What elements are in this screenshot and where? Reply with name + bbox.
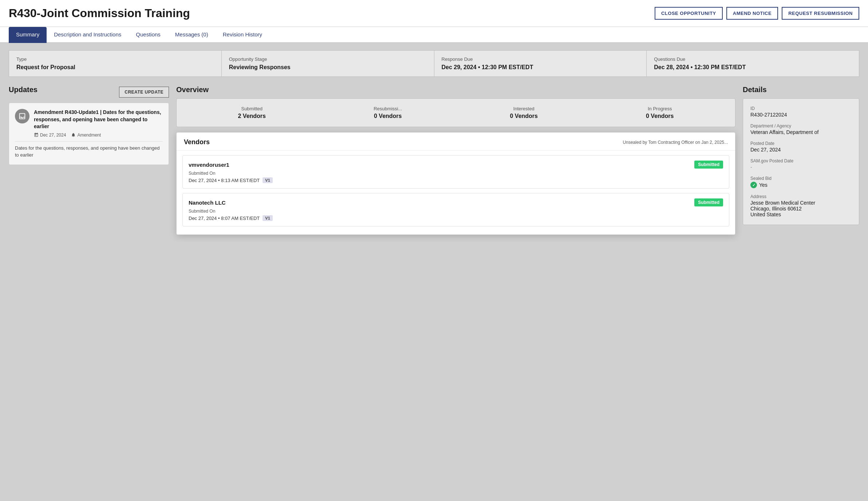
- inbox-icon: [18, 112, 26, 120]
- check-circle-icon: [750, 182, 757, 188]
- tab-revision-history[interactable]: Revision History: [216, 27, 269, 43]
- overview-section: Overview Submitted 2 Vendors Resubmissi.…: [176, 86, 735, 235]
- tab-messages[interactable]: Messages (0): [168, 27, 216, 43]
- vendor-card-1-header: Nanotech LLC Submitted: [189, 198, 723, 206]
- update-title: Amendment R430-Update1 | Dates for the q…: [34, 109, 163, 130]
- create-update-button[interactable]: CREATE UPDATE: [119, 87, 169, 98]
- header-actions: CLOSE OPPORTUNITY AMEND NOTICE REQUEST R…: [655, 7, 859, 20]
- update-card: Amendment R430-Update1 | Dates for the q…: [9, 103, 169, 165]
- details-sealed-bid: Sealed Bid Yes: [750, 176, 852, 188]
- summary-row: Type Request for Proposal Opportunity St…: [9, 50, 859, 77]
- vendor-1-version: V1: [263, 215, 272, 221]
- vendor-card-1[interactable]: Nanotech LLC Submitted Submitted On Dec …: [182, 193, 729, 226]
- update-card-header: Amendment R430-Update1 | Dates for the q…: [15, 109, 163, 138]
- updates-header: Updates CREATE UPDATE: [9, 86, 169, 98]
- summary-stage: Opportunity Stage Reviewing Responses: [222, 51, 434, 76]
- update-body: Dates for the questions, responses, and …: [15, 141, 163, 159]
- details-card: ID R430-27122024 Department / Agency Vet…: [743, 98, 859, 225]
- body-grid: Updates CREATE UPDATE Amendment R430-Upd…: [9, 86, 859, 235]
- vendor-0-name: vmvendoruser1: [189, 162, 229, 168]
- request-resubmission-button[interactable]: REQUEST RESUBMISSION: [782, 7, 859, 20]
- vendors-popup: Vendors Unsealed by Tom Contracting Offi…: [176, 132, 735, 235]
- update-text: Amendment R430-Update1 | Dates for the q…: [34, 109, 163, 138]
- summary-response-due: Response Due Dec 29, 2024 • 12:30 PM EST…: [434, 51, 647, 76]
- vendors-title: Vendors: [184, 138, 210, 146]
- overview-title: Overview: [176, 86, 735, 94]
- calendar-icon: [34, 133, 39, 137]
- vendor-0-version: V1: [263, 177, 272, 183]
- details-address-value: Jesse Brown Medical Center Chicago, Illi…: [750, 200, 852, 217]
- update-meta: Dec 27, 2024 Amendment: [34, 133, 163, 138]
- vendor-1-submitted-value: Dec 27, 2024 • 8:07 AM EST/EDT V1: [189, 215, 723, 221]
- details-sam-posted-date: SAM.gov Posted Date -: [750, 158, 852, 170]
- vendors-unsealed-text: Unsealed by Tom Contracting Officer on J…: [623, 140, 728, 145]
- tab-summary[interactable]: Summary: [9, 27, 47, 43]
- vendor-1-name: Nanotech LLC: [189, 200, 226, 206]
- updates-section: Updates CREATE UPDATE Amendment R430-Upd…: [9, 86, 169, 235]
- updates-title: Updates: [9, 86, 38, 94]
- close-opportunity-button[interactable]: CLOSE OPPORTUNITY: [655, 7, 723, 20]
- summary-type: Type Request for Proposal: [9, 51, 222, 76]
- main-content: Type Request for Proposal Opportunity St…: [0, 43, 868, 242]
- vendor-0-submitted-value: Dec 27, 2024 • 8:13 AM EST/EDT V1: [189, 177, 723, 183]
- tab-description[interactable]: Description and Instructions: [47, 27, 129, 43]
- page-title: R430-Joint Commission Training: [9, 7, 190, 20]
- overview-stats: Submitted 2 Vendors Resubmissi... 0 Vend…: [184, 106, 728, 119]
- details-department: Department / Agency Veteran Affairs, Dep…: [750, 123, 852, 135]
- overview-in-progress: In Progress 0 Vendors: [592, 106, 728, 119]
- overview-card: Submitted 2 Vendors Resubmissi... 0 Vend…: [176, 98, 735, 127]
- tab-questions[interactable]: Questions: [129, 27, 168, 43]
- vendors-popup-bottom: [177, 231, 735, 234]
- details-address: Address Jesse Brown Medical Center Chica…: [750, 194, 852, 217]
- details-title: Details: [743, 86, 859, 94]
- overview-submitted: Submitted 2 Vendors: [184, 106, 320, 119]
- details-section: Details ID R430-27122024 Department / Ag…: [743, 86, 859, 235]
- vendor-1-status: Submitted: [694, 198, 723, 206]
- vendor-card-0[interactable]: vmvendoruser1 Submitted Submitted On Dec…: [182, 155, 729, 189]
- bell-icon: [71, 133, 76, 137]
- update-type: Amendment: [71, 133, 101, 138]
- summary-questions-due: Questions Due Dec 28, 2024 • 12:30 PM ES…: [647, 51, 859, 76]
- update-icon: [15, 109, 29, 123]
- vendor-0-submitted-label: Submitted On: [189, 171, 723, 176]
- overview-resubmission: Resubmissi... 0 Vendors: [320, 106, 456, 119]
- vendors-popup-header: Vendors Unsealed by Tom Contracting Offi…: [177, 133, 735, 151]
- vendor-card-0-header: vmvendoruser1 Submitted: [189, 161, 723, 169]
- overview-interested: Interested 0 Vendors: [456, 106, 592, 119]
- details-id: ID R430-27122024: [750, 106, 852, 118]
- update-date: Dec 27, 2024: [34, 133, 66, 138]
- vendor-0-status: Submitted: [694, 161, 723, 169]
- details-posted-date: Posted Date Dec 27, 2024: [750, 141, 852, 153]
- amend-notice-button[interactable]: AMEND NOTICE: [726, 7, 778, 20]
- vendor-1-submitted-label: Submitted On: [189, 209, 723, 214]
- tabs-bar: Summary Description and Instructions Que…: [0, 27, 868, 43]
- header: R430-Joint Commission Training CLOSE OPP…: [0, 0, 868, 27]
- sealed-yes: Yes: [750, 182, 852, 188]
